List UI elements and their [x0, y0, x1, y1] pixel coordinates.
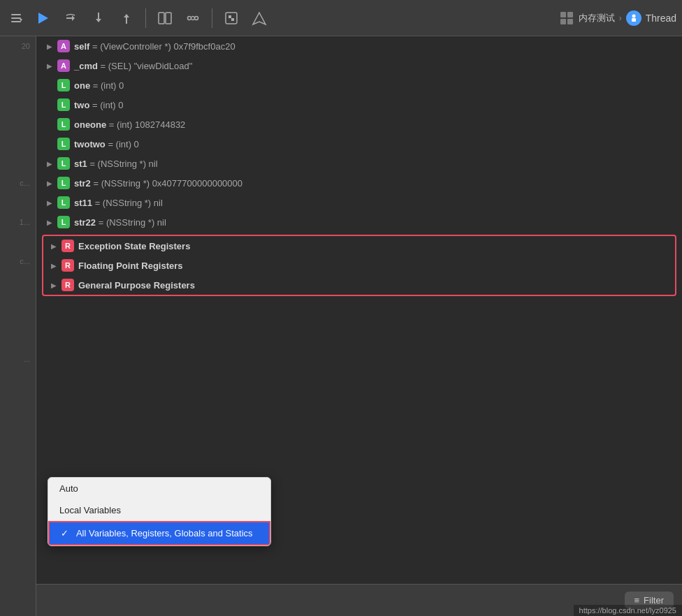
url-text: https://blog.csdn.net/lyz0925: [579, 606, 676, 615]
expand-exception[interactable]: [49, 241, 59, 251]
toolbar-continue-btn[interactable]: [31, 8, 55, 29]
filter-icon: ≡: [634, 595, 640, 606]
line-numbers-sidebar: 20 c... 1... c... ...: [0, 36, 36, 616]
var-name-oneone: oneone: [74, 119, 106, 130]
badge-L-st11: L: [57, 196, 70, 209]
svg-point-14: [195, 16, 198, 20]
var-row-floating-point[interactable]: R Floating Point Registers: [43, 256, 675, 275]
url-bar: https://blog.csdn.net/lyz0925: [574, 605, 682, 616]
var-name-two: two: [74, 100, 89, 110]
badge-R-exception: R: [61, 240, 74, 252]
var-row-two[interactable]: L two = (int) 0: [36, 95, 682, 115]
svg-rect-12: [166, 13, 171, 24]
var-row-str2[interactable]: L str2 = (NSString *) 0x4077700000000000: [36, 173, 682, 193]
expand-one: [45, 80, 55, 90]
separator-2: [212, 8, 212, 28]
badge-L-st1: L: [57, 157, 70, 170]
var-value-oneone: = (int) 1082744832: [106, 119, 185, 130]
toolbar-step-over-btn[interactable]: [59, 8, 82, 29]
line-num-empty-10: [0, 291, 36, 310]
var-row-one[interactable]: L one = (int) 0: [36, 75, 682, 95]
line-num-empty-5: [0, 134, 36, 154]
var-name-st1: st1: [74, 159, 87, 169]
expand-str2[interactable]: [45, 178, 55, 188]
var-value-two: = (int) 0: [89, 100, 123, 110]
dropdown-item-local[interactable]: Local Variables: [48, 499, 270, 521]
expand-st1[interactable]: [45, 159, 55, 168]
var-row-general-purpose[interactable]: R General Purpose Registers: [43, 275, 675, 295]
svg-rect-24: [632, 18, 636, 22]
var-name-one: one: [74, 80, 90, 91]
var-row-oneone[interactable]: L oneone = (int) 1082744832: [36, 115, 682, 134]
expand-str22[interactable]: [45, 217, 55, 227]
expand-oneone: [45, 119, 55, 129]
var-value-st1: = (NSString *) nil: [87, 159, 158, 169]
line-num-empty-7: [0, 193, 36, 212]
var-row-cmd[interactable]: A _cmd = (SEL) "viewDidLoad": [36, 56, 682, 75]
var-value-self: = (ViewController *) 0x7f9fbcf0ac20: [89, 41, 235, 52]
line-num-empty-1: [0, 56, 36, 75]
var-name-self: self: [74, 41, 89, 52]
dropdown-item-all[interactable]: ✓ All Variables, Registers, Globals and …: [48, 521, 270, 545]
dropdown-container: Auto Local Variables ✓ All Variables, Re…: [42, 477, 271, 546]
line-num-empty-8: [0, 232, 36, 251]
line-num-empty-6: [0, 154, 36, 173]
toolbar-connect-btn[interactable]: [181, 8, 205, 29]
expand-st11[interactable]: [45, 198, 55, 207]
dropdown-item-auto[interactable]: Auto: [48, 478, 270, 499]
var-row-st11[interactable]: L st11 = (NSString *) nil: [36, 193, 682, 212]
var-row-twotwo[interactable]: L twotwo = (int) 0: [36, 134, 682, 154]
var-row-st1[interactable]: L st1 = (NSString *) nil: [36, 154, 682, 173]
svg-marker-8: [96, 19, 101, 22]
thread-badge: [626, 10, 641, 26]
line-num-empty-4: [0, 115, 36, 134]
line-num-1: 1...: [0, 212, 36, 232]
toolbar-dropdown-btn[interactable]: [6, 9, 27, 27]
dropdown-item-all-label: All Variables, Registers, Globals and St…: [76, 528, 253, 538]
var-value-str2: = (NSString *) 0x4077700000000000: [91, 178, 242, 189]
var-name-twotwo: twotwo: [74, 139, 106, 149]
var-value-cmd: = (SEL) "viewDidLoad": [98, 61, 192, 71]
line-num-dots: ...: [0, 349, 36, 369]
svg-point-13: [188, 16, 191, 20]
memory-test-label: 内存测试: [579, 12, 615, 24]
toolbar-split-btn[interactable]: [153, 8, 177, 29]
registers-section: R Exception State Registers R Floating P…: [42, 235, 676, 296]
badge-L-two: L: [57, 98, 70, 111]
line-num-20: 20: [0, 36, 36, 56]
var-row-exception-state[interactable]: R Exception State Registers: [43, 236, 675, 256]
svg-rect-16: [228, 15, 231, 18]
svg-rect-22: [567, 19, 573, 24]
svg-rect-1: [11, 17, 21, 19]
dropdown-menu: Auto Local Variables ✓ All Variables, Re…: [48, 477, 271, 546]
line-num-c2: c...: [0, 251, 36, 271]
expand-floating[interactable]: [49, 261, 59, 270]
line-num-c1: c...: [0, 173, 36, 193]
var-value-st11: = (NSString *) nil: [92, 198, 163, 208]
line-num-empty-3: [0, 95, 36, 115]
toolbar-simulate-btn[interactable]: [219, 8, 243, 29]
toolbar-step-in-btn[interactable]: [87, 8, 110, 29]
svg-marker-10: [124, 14, 129, 17]
expand-cmd[interactable]: [45, 61, 55, 71]
var-name-str2: str2: [74, 178, 91, 189]
badge-L-str22: L: [57, 216, 70, 228]
var-row-self[interactable]: A self = (ViewController *) 0x7f9fbcf0ac…: [36, 36, 682, 56]
var-value-twotwo: = (int) 0: [106, 139, 139, 149]
badge-A-self: A: [57, 40, 70, 52]
toolbar-right: 内存测试 › Thread: [559, 10, 676, 26]
var-row-str22[interactable]: L str22 = (NSString *) nil: [36, 212, 682, 232]
thread-label: Thread: [646, 13, 676, 24]
var-value-one: = (int) 0: [90, 80, 124, 91]
line-num-empty-9: [0, 271, 36, 291]
svg-marker-18: [253, 13, 266, 24]
expand-self[interactable]: [45, 41, 55, 51]
toolbar-step-out-btn[interactable]: [115, 8, 138, 29]
toolbar: 内存测试 › Thread: [0, 0, 682, 36]
var-name-exception: Exception State Registers: [78, 241, 190, 251]
toolbar-send-btn[interactable]: [247, 8, 271, 29]
expand-general[interactable]: [49, 280, 59, 290]
var-name-cmd: _cmd: [74, 61, 98, 71]
svg-marker-4: [38, 13, 48, 24]
line-num-empty-11: [0, 310, 36, 330]
